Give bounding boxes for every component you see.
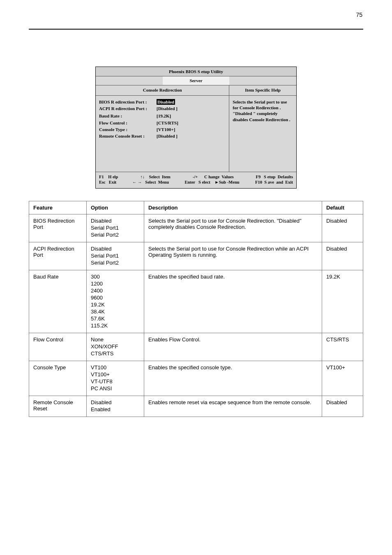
cell-default: VT100+ [322,361,363,396]
bios-setting-label: BIOS R edirection Port : [99,99,157,105]
option-item: Disabled [91,246,140,252]
option-item: 9600 [91,295,140,301]
cell-option: DisabledSerial Port1Serial Port2 [87,242,144,270]
option-item: 300 [91,274,140,280]
bios-setting-row[interactable]: ACPI R edirection Port :[Disabled ] [99,106,226,111]
cell-feature: Flow Control [29,333,87,361]
bios-setting-label: ACPI R edirection Port : [99,106,157,111]
cell-description: Selects the Serial port to use for Conso… [144,214,322,242]
horizontal-rule [29,29,363,30]
bios-body: Console Redirection BIOS R edirection Po… [96,85,296,172]
th-feature: Feature [29,201,87,214]
table-header-row: Feature Option Description Default [29,201,363,214]
cell-feature: Console Type [29,361,87,396]
option-item: CTS/RTS [91,350,140,357]
bios-setting-value[interactable]: [Disabled ] [157,106,178,111]
th-option: Option [87,201,144,214]
bios-help-text: Selects the Serial port to use for Conso… [233,99,293,122]
hint-f9-defaults: F9 S etup Defaults [256,174,293,180]
cell-default: Disabled [322,396,363,417]
bios-help-heading: Item Specific Help [229,85,296,96]
bios-left-panel: Console Redirection BIOS R edirection Po… [96,85,229,172]
bios-screenshot: Phoenix BIOS S etup Utility Server Conso… [95,67,297,189]
cell-default: Disabled [322,214,363,242]
table-row: Remote Console ResetDisabledEnabledEnabl… [29,396,363,417]
cell-option: DisabledEnabled [87,396,144,417]
hint-select-item: ↑↓ Select Item [140,174,170,180]
bios-tab-spacer [229,76,296,85]
cell-description: Enables Flow Control. [144,333,322,361]
page-number: 75 [356,12,362,18]
option-item: VT-UTF8 [91,378,140,385]
bios-window: Phoenix BIOS S etup Utility Server Conso… [95,67,297,189]
cell-feature: Remote Console Reset [29,396,87,417]
bios-setting-row[interactable]: Flow Control :[CTS/RTS] [99,120,226,126]
cell-description: Selects the Serial port to use for Conso… [144,242,322,270]
cell-default: CTS/RTS [322,333,363,361]
bios-setting-row[interactable]: BIOS R edirection Port :Disabled [99,99,226,105]
option-item: 57.6K [91,315,140,322]
bios-setting-label: Baud Rate : [99,113,157,119]
bios-setting-label: Flow Control : [99,120,157,126]
bios-tab-spacer [96,76,163,85]
option-item: VT100 [91,364,140,371]
option-item: XON/XOFF [91,343,140,350]
table-row: Flow ControlNoneXON/XOFFCTS/RTSEnables F… [29,333,363,361]
hint-f10-save: F10 S ave and Exit [255,180,293,185]
cell-option: 30012002400960019.2K38.4K57.6K115.2K [87,270,144,333]
th-description: Description [144,201,322,214]
bios-left-heading: Console Redirection [96,85,229,96]
bios-setting-label: Console Type : [99,127,157,132]
bios-help-panel: Item Specific Help Selects the Serial po… [229,85,296,172]
bios-setting-value[interactable]: [Disabled ] [157,133,178,139]
option-item: Serial Port2 [91,260,140,266]
cell-option: DisabledSerial Port1Serial Port2 [87,214,144,242]
bios-settings-list: BIOS R edirection Port :DisabledACPI R e… [99,99,226,139]
bios-setting-value[interactable]: [VT100+] [157,127,175,132]
bios-setting-value[interactable]: [CTS/RTS] [157,120,178,126]
option-item: Serial Port1 [91,225,140,231]
bios-setting-label: Remote Console Reset : [99,133,157,139]
table-row: Console TypeVT100VT100+VT-UTF8PC ANSIEna… [29,361,363,396]
cell-feature: Baud Rate [29,270,87,333]
hint-f1-help: F1 H elp [99,174,118,180]
hint-change-values: -/+ C hange Values [193,174,234,180]
cell-description: Enables remote reset via escape sequence… [144,396,322,417]
option-item: 115.2K [91,322,140,329]
table-row: BIOS Redirection PortDisabledSerial Port… [29,214,363,242]
option-item: 2400 [91,288,140,294]
option-item: VT100+ [91,371,140,378]
option-item: 19.2K [91,302,140,308]
cell-default: Disabled [322,242,363,270]
option-item: 38.4K [91,309,140,315]
option-item: Disabled [91,399,140,405]
cell-feature: ACPI Redirection Port [29,242,87,270]
page: 75 Phoenix BIOS S etup Utility Server Co… [0,0,392,555]
table-row: ACPI Redirection PortDisabledSerial Port… [29,242,363,270]
option-item: 1200 [91,281,140,287]
bios-footer: F1 H elp ↑↓ Select Item -/+ C hange Valu… [96,172,296,188]
option-item: None [91,336,140,343]
hint-enter-submenu: Enter S elect ►Sub -Menu [185,180,240,185]
cell-feature: BIOS Redirection Port [29,214,87,242]
bios-setting-row[interactable]: Baud Rate :[19.2K] [99,113,226,119]
bios-setting-row[interactable]: Console Type :[VT100+] [99,127,226,132]
settings-table: Feature Option Description Default BIOS … [29,201,363,417]
bios-title: Phoenix BIOS S etup Utility [96,67,296,76]
cell-description: Enables the specified console type. [144,361,322,396]
cell-description: Enables the specified baud rate. [144,270,322,333]
table-row: Baud Rate30012002400960019.2K38.4K57.6K1… [29,270,363,333]
bios-setting-value[interactable]: Disabled [157,99,175,105]
option-item: Disabled [91,218,140,224]
hint-esc-exit: Esc Exit [99,180,116,185]
cell-default: 19.2K [322,270,363,333]
cell-option: NoneXON/XOFFCTS/RTS [87,333,144,361]
bios-setting-row[interactable]: Remote Console Reset :[Disabled ] [99,133,226,139]
option-item: Serial Port2 [91,232,140,238]
bios-setting-value[interactable]: [19.2K] [157,113,171,119]
cell-option: VT100VT100+VT-UTF8PC ANSI [87,361,144,396]
bios-tab-server[interactable]: Server [163,76,230,85]
option-item: Serial Port1 [91,253,140,259]
bios-tab-bar: Server [96,76,296,85]
option-item: Enabled [91,406,140,412]
